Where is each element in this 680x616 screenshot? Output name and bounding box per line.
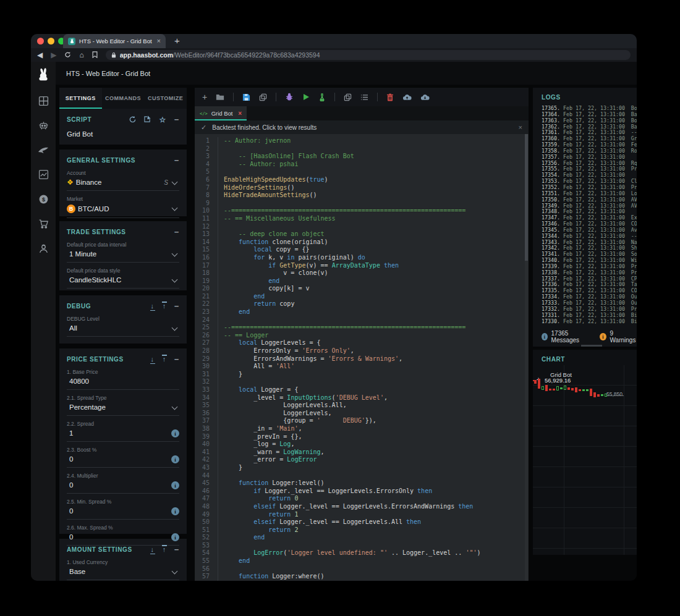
new-tab-button[interactable]: + xyxy=(174,35,180,46)
code-line: 36 LoggerLevels, xyxy=(195,410,529,418)
dashboard-icon[interactable] xyxy=(38,96,49,106)
settings-field[interactable]: 2.6. Max. Spread %0i xyxy=(67,520,179,546)
collapse-icon[interactable]: − xyxy=(174,545,179,554)
settings-field[interactable]: 2.2. Spread1i xyxy=(67,416,179,442)
tab-close-icon[interactable]: × xyxy=(238,110,242,117)
export-download-icon[interactable]: ↓ xyxy=(151,303,155,310)
browser-tab[interactable]: HTS - Web Editor - Grid Bot × xyxy=(63,34,166,48)
code-editor[interactable]: 1-- Author: jvernon23 -- [HaasOnline] Fl… xyxy=(195,134,529,581)
export-download-icon[interactable]: ↓ xyxy=(151,546,155,553)
candlestick xyxy=(534,380,537,384)
account-field[interactable]: Account ❖ Binance S xyxy=(67,165,179,191)
settings-field[interactable]: 2.1. Spread TypePercentage xyxy=(67,390,179,416)
app-header: HTS - Web Editor - Grid Bot xyxy=(56,62,637,85)
delete-trash-button[interactable] xyxy=(386,93,394,101)
undo-icon[interactable] xyxy=(129,116,136,124)
collapse-icon[interactable]: − xyxy=(174,227,179,237)
settings-field[interactable]: DEBUG LevelAll xyxy=(67,311,179,337)
messages-count[interactable]: i 17365 Messages xyxy=(542,330,589,344)
code-line: 2 xyxy=(195,145,529,153)
browser-nav-bar: ◀ ▶ ⌂ app.haasbot.com/WebEditor/964f73bc… xyxy=(31,48,637,62)
general-settings-section: GENERAL SETTINGS− Account ❖ Binance S Ma… xyxy=(59,150,187,216)
logs-scrollbar[interactable] xyxy=(581,345,602,347)
settings-field[interactable]: 1. Used CurrencyBase xyxy=(67,554,179,580)
collapse-icon[interactable]: − xyxy=(174,302,179,311)
tab-commands[interactable]: COMMANDS xyxy=(102,88,145,109)
code-line: 35 LoggerLevels.All, xyxy=(195,402,529,410)
settings-field[interactable]: 1. Base Price40800 xyxy=(67,364,179,390)
settings-field[interactable]: 2.3. Boost %0i xyxy=(67,442,179,468)
bots-icon[interactable] xyxy=(38,120,49,131)
collapse-icon[interactable]: − xyxy=(174,156,179,165)
toast-close-icon[interactable]: × xyxy=(519,124,522,131)
forward-icon[interactable]: ▶ xyxy=(51,51,56,59)
store-cart-icon[interactable] xyxy=(38,219,49,229)
market-field[interactable]: Market B BTC/AUD xyxy=(67,191,179,218)
address-bar[interactable]: app.haasbot.com/WebEditor/964f73bca56549… xyxy=(106,50,631,60)
favorite-star-icon[interactable]: ☆ xyxy=(159,116,166,124)
editor-tab-grid-bot[interactable]: </> Grid Bot × xyxy=(195,106,247,120)
info-icon[interactable]: i xyxy=(171,455,179,463)
rabbit-logo[interactable] xyxy=(36,68,50,82)
home-icon[interactable]: ⌂ xyxy=(79,51,83,59)
info-icon[interactable]: i xyxy=(171,429,179,437)
info-icon[interactable]: i xyxy=(171,481,179,489)
code-line: 45 function Logger:level() xyxy=(195,479,529,487)
settings-field[interactable]: 2.4. Multiplier0i xyxy=(67,468,179,494)
settings-field[interactable]: 2.1. Total Buy Amount xyxy=(67,580,179,581)
code-line: 48 elseif Logger._level == LoggerLevels.… xyxy=(195,503,529,511)
export-download-icon[interactable]: ↓ xyxy=(151,356,155,363)
code-line: 15 local copy = {} xyxy=(195,246,529,254)
cloud-download-button[interactable] xyxy=(420,94,430,101)
profile-icon[interactable] xyxy=(38,243,49,254)
import-upload-icon[interactable]: ↑ xyxy=(163,303,166,310)
open-folder-button[interactable] xyxy=(216,93,224,101)
close-window-button[interactable] xyxy=(37,38,44,44)
collapse-icon[interactable]: − xyxy=(174,115,179,124)
finance-coin-icon[interactable]: $ xyxy=(38,194,49,205)
scripts-bird-icon[interactable] xyxy=(38,145,49,155)
log-list[interactable]: 17365. Feb 17, 22, 13:31:00 Bo17364. Feb… xyxy=(533,106,637,324)
save-button[interactable] xyxy=(242,93,250,101)
minimize-window-button[interactable] xyxy=(48,38,54,44)
import-upload-icon[interactable]: ↑ xyxy=(163,356,166,363)
info-icon[interactable]: i xyxy=(171,533,179,541)
import-upload-icon[interactable]: ↑ xyxy=(163,546,166,553)
code-line: 4 -- Author: pshai xyxy=(195,161,529,169)
code-line: 12 xyxy=(195,223,529,231)
chart-plot[interactable]: Grid Bot + 56,929.16 55,850 xyxy=(533,365,637,555)
code-line: 20 copy[k] = v xyxy=(195,285,529,293)
backtest-flask-button[interactable] xyxy=(318,93,326,101)
tab-customize[interactable]: CUSTOMIZE xyxy=(144,88,187,109)
markets-chart-icon[interactable] xyxy=(38,169,49,180)
logs-title: LOGS xyxy=(533,88,637,106)
list-button[interactable] xyxy=(360,94,368,101)
editor-scrollbar[interactable] xyxy=(525,134,528,581)
backtest-toast[interactable]: ✓ Backtest finished. Click to view resul… xyxy=(195,120,529,134)
editor-tab-strip: </> Grid Bot × xyxy=(195,106,529,120)
debug-bug-button[interactable] xyxy=(285,93,294,101)
new-script-button[interactable]: + xyxy=(202,93,207,101)
tab-close-icon[interactable]: × xyxy=(157,38,161,44)
tab-settings[interactable]: SETTINGS xyxy=(59,88,102,109)
collapse-icon[interactable]: − xyxy=(174,355,179,364)
cloud-upload-button[interactable] xyxy=(402,94,412,101)
edit-icon[interactable] xyxy=(144,116,151,124)
bookmark-icon[interactable] xyxy=(92,51,98,59)
code-line: 16 for k, v in pairs(original) do xyxy=(195,254,529,262)
reload-icon[interactable] xyxy=(64,51,71,59)
code-line: 29 ErrorsAndWarnings = 'Erorrs & Warning… xyxy=(195,355,529,363)
settings-field[interactable]: 2.5. Min. Spread %0i xyxy=(67,494,179,520)
settings-field[interactable]: Default price data interval1 Minute xyxy=(67,237,179,263)
code-line: 47 return 0 xyxy=(195,495,529,503)
info-icon[interactable]: i xyxy=(171,507,179,515)
run-play-button[interactable] xyxy=(302,93,310,101)
chevron-down-icon xyxy=(172,205,178,211)
warnings-count[interactable]: i 9 Warnings xyxy=(600,330,637,344)
debug-title: DEBUG xyxy=(67,303,91,310)
settings-field[interactable]: Default price data styleCandleStickHLC xyxy=(67,263,179,289)
copy-button[interactable] xyxy=(259,93,267,101)
back-icon[interactable]: ◀ xyxy=(37,51,43,59)
account-suffix: S xyxy=(164,179,168,186)
duplicate-button[interactable] xyxy=(344,93,352,101)
